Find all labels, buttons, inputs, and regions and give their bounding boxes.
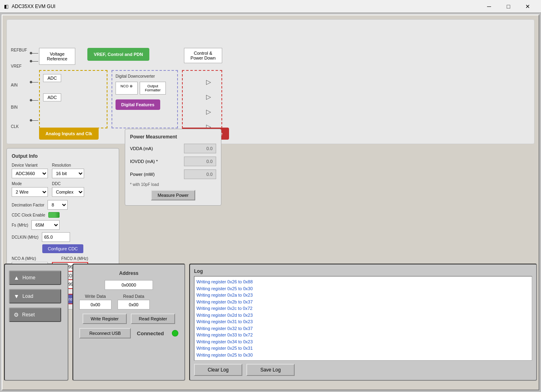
write-data-group: Write Data bbox=[79, 294, 112, 309]
iovdd-label: IOVDD (mA) * bbox=[130, 159, 158, 164]
device-variant-label: Device Variant bbox=[12, 163, 48, 167]
adc-box-b: ADC bbox=[43, 93, 61, 101]
reconnect-usb-button[interactable]: Reconnect USB bbox=[79, 328, 131, 338]
nav-buttons: ▲ Home ▼ Load ⚙ Reset bbox=[4, 264, 68, 381]
analog-inputs-button[interactable]: Analog Inputs and Clk bbox=[39, 128, 99, 140]
reconnect-row: Reconnect USB Connected bbox=[79, 328, 178, 338]
power-label: Power (mW) bbox=[130, 172, 155, 177]
output-section: ▷ ▷ ▷ ▷ bbox=[182, 70, 222, 128]
configure-cdc-button[interactable]: Configure CDC bbox=[42, 244, 84, 253]
close-button[interactable]: ✕ bbox=[518, 0, 537, 13]
bin-label: BIN bbox=[11, 96, 27, 118]
clear-log-button[interactable]: Clear Log bbox=[194, 364, 242, 376]
log-panel: Log Writing register 0x26 to 0x88Writing… bbox=[189, 264, 537, 381]
log-content[interactable]: Writing register 0x26 to 0x88Writing reg… bbox=[194, 276, 532, 361]
resolution-select[interactable]: 16 bit bbox=[52, 169, 84, 178]
cdc-clock-indicator[interactable] bbox=[48, 212, 60, 218]
ddc-select[interactable]: Complex bbox=[52, 187, 84, 197]
power-note: * with 10pF load bbox=[130, 182, 216, 187]
dclkin-label: DCLKIN (MHz) bbox=[12, 235, 39, 239]
home-label: Home bbox=[23, 275, 35, 281]
fs-row: Fs (MHz) 65M bbox=[12, 220, 114, 230]
fs-select[interactable]: 65M bbox=[31, 220, 60, 230]
vref-control-pdn-button[interactable]: VREF, Control and PDN bbox=[87, 48, 149, 61]
log-entry: Writing register 0x25 to 0x30 bbox=[196, 285, 530, 292]
log-entry: Writing register 0x32 to 0x37 bbox=[196, 325, 530, 332]
minimize-button[interactable]: ─ bbox=[480, 0, 498, 13]
connected-dot bbox=[172, 330, 178, 336]
app-icon: ◧ bbox=[4, 4, 8, 9]
clk-label: CLK bbox=[11, 118, 27, 134]
load-button[interactable]: ▼ Load bbox=[9, 289, 61, 303]
output-arrows: ▷ ▷ ▷ ▷ bbox=[206, 78, 218, 130]
decimation-label: Decimation Factor bbox=[12, 203, 44, 207]
read-register-button[interactable]: Read Register bbox=[131, 314, 175, 324]
load-icon: ▼ bbox=[14, 293, 19, 299]
digital-features-button[interactable]: Digital Features bbox=[116, 99, 160, 110]
save-log-button[interactable]: Save Log bbox=[246, 364, 295, 376]
mode-group: Mode 2 Wire bbox=[12, 182, 48, 197]
vdda-input bbox=[184, 144, 216, 153]
vref-label: VREF bbox=[11, 58, 27, 74]
log-entry: Writing register 0x26 to 0x88 bbox=[196, 279, 530, 285]
device-variant-select[interactable]: ADC3660 bbox=[12, 169, 48, 178]
adc-box-a: ADC bbox=[43, 74, 61, 82]
reset-icon: ⚙ bbox=[14, 312, 19, 318]
refbuf-label: REFBUF bbox=[11, 42, 27, 58]
dclkin-input[interactable] bbox=[42, 232, 70, 242]
home-icon: ▲ bbox=[14, 274, 19, 281]
mode-ddc-row: Mode 2 Wire DDC Complex bbox=[12, 182, 114, 197]
read-data-input[interactable] bbox=[118, 300, 150, 309]
main-window: REFBUF VREF AIN BIN CLK VoltageReference… bbox=[2, 14, 539, 390]
fnco-a-label: FNCO A (MHz) bbox=[52, 256, 88, 261]
dot-refbuf bbox=[30, 52, 32, 54]
decimation-row: Decimation Factor 8 bbox=[12, 200, 114, 210]
address-input[interactable] bbox=[105, 280, 153, 290]
maximize-button[interactable]: □ bbox=[499, 0, 518, 13]
dot-clk bbox=[30, 119, 32, 122]
decimation-select[interactable]: 8 bbox=[47, 200, 68, 210]
block-diagram: REFBUF VREF AIN BIN CLK VoltageReference… bbox=[6, 19, 535, 144]
log-entry: Writing register 0x2d to 0x23 bbox=[196, 312, 530, 319]
ddc-group: DDC Complex bbox=[52, 182, 84, 197]
log-entry: Writing register 0x33 to 0x72 bbox=[196, 332, 530, 338]
log-title: Log bbox=[194, 268, 532, 274]
dot-ain bbox=[30, 81, 32, 83]
iovdd-row: IOVDD (mA) * bbox=[130, 157, 216, 166]
power-row: Power (mW) bbox=[130, 169, 216, 179]
log-entry: Writing register 0x2b to 0x37 bbox=[196, 299, 530, 305]
control-power-down-box: Control &Power Down bbox=[184, 48, 222, 63]
write-register-button[interactable]: Write Register bbox=[83, 314, 127, 324]
log-entry: Writing register 0x25 to 0x31 bbox=[196, 345, 530, 352]
address-group bbox=[79, 280, 178, 290]
log-buttons: Clear Log Save Log bbox=[194, 364, 532, 376]
output-formatter-block: OutputFormatter bbox=[140, 82, 166, 95]
iovdd-input bbox=[184, 157, 216, 166]
log-entry: Writing register 0x2c to 0x72 bbox=[196, 305, 530, 312]
power-input bbox=[184, 169, 216, 179]
measure-power-button[interactable]: Measure Power bbox=[151, 190, 195, 200]
dclkin-row: DCLKIN (MHz) bbox=[12, 232, 114, 242]
title-bar-left: ◧ ADC35XX EVM GUI bbox=[4, 4, 56, 9]
vdda-label: VDDA (mA) bbox=[130, 146, 153, 151]
ddc-blocks: NCO ⊗ OutputFormatter bbox=[116, 82, 174, 95]
voltage-reference-box: VoltageReference bbox=[39, 48, 75, 65]
home-button[interactable]: ▲ Home bbox=[9, 270, 61, 285]
read-data-label: Read Data bbox=[123, 294, 145, 299]
dot-bin bbox=[30, 99, 32, 101]
reset-button[interactable]: ⚙ Reset bbox=[9, 307, 61, 322]
mode-label: Mode bbox=[12, 182, 48, 186]
write-data-input[interactable] bbox=[79, 300, 112, 309]
cdc-clock-label: CDC Clock Enable bbox=[12, 213, 45, 217]
nco-block: NCO ⊗ bbox=[116, 82, 138, 95]
load-label: Load bbox=[23, 293, 33, 299]
digital-section: Digital Downconverter NCO ⊗ OutputFormat… bbox=[112, 70, 178, 128]
power-measurement-title: Power Measurement bbox=[130, 134, 216, 140]
ddc-select-label: DDC bbox=[52, 182, 84, 186]
log-entry: Writing register 0x34 to 0x23 bbox=[196, 338, 530, 345]
resolution-group: Resolution 16 bit bbox=[52, 163, 84, 178]
reg-buttons-row: Write Register Read Register bbox=[79, 314, 178, 324]
register-panel: Address Write Data Read Data Write Regis… bbox=[72, 264, 185, 381]
mode-select[interactable]: 2 Wire bbox=[12, 187, 48, 197]
resolution-label: Resolution bbox=[52, 163, 84, 167]
